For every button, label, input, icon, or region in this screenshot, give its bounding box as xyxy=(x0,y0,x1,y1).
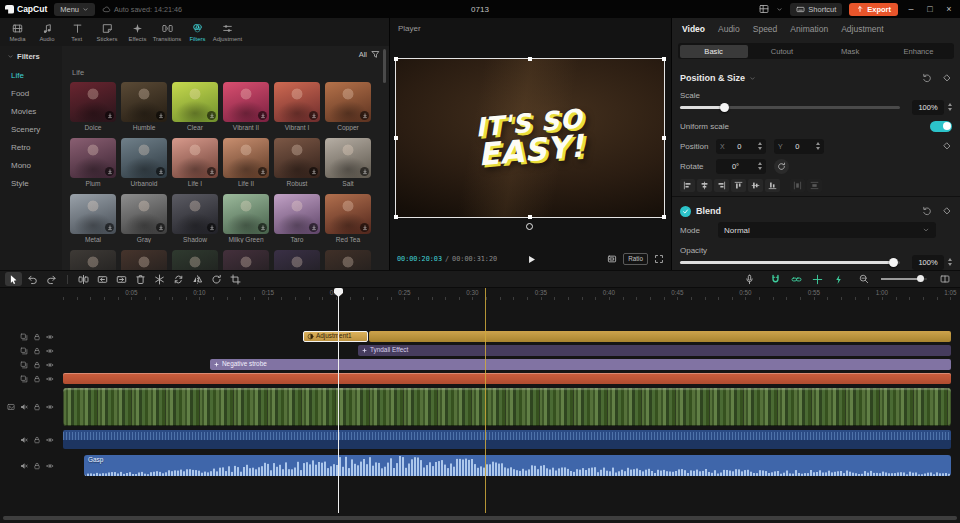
subtab-mask[interactable]: Mask xyxy=(816,45,884,58)
layout-caret-icon[interactable] xyxy=(776,6,783,13)
track-6-eye-icon[interactable] xyxy=(46,436,54,444)
track-5-eye-icon[interactable] xyxy=(46,403,54,411)
reset-icon[interactable] xyxy=(922,73,932,83)
tab-media[interactable]: Media xyxy=(2,23,32,42)
maximize-button[interactable]: □ xyxy=(924,4,936,14)
menu-button[interactable]: Menu xyxy=(54,3,95,16)
clip-linked-audio[interactable] xyxy=(63,430,951,449)
selection-handle[interactable] xyxy=(528,57,532,61)
track-3-layers-icon[interactable] xyxy=(20,361,28,369)
track-4-lock-icon[interactable] xyxy=(33,375,41,383)
subtab-cutout[interactable]: Cutout xyxy=(748,45,816,58)
split-tool[interactable] xyxy=(75,272,92,286)
rotate-tool[interactable] xyxy=(208,272,225,286)
download-icon[interactable] xyxy=(105,223,114,232)
filter-thumb[interactable] xyxy=(223,194,269,234)
position-y-input[interactable]: Y 0 xyxy=(774,139,824,154)
filter-thumb[interactable] xyxy=(172,138,218,178)
blend-reset-icon[interactable] xyxy=(922,206,932,216)
preview-axis-toggle[interactable] xyxy=(810,273,824,285)
download-icon[interactable] xyxy=(360,167,369,176)
track-1-eye-icon[interactable] xyxy=(46,333,54,341)
tab-transitions[interactable]: Transitions xyxy=(152,23,182,42)
track-7-eye-icon[interactable] xyxy=(46,462,54,470)
trash-tool[interactable] xyxy=(132,272,149,286)
tab-stickers[interactable]: Stickers xyxy=(92,23,122,42)
filter-thumb[interactable] xyxy=(70,138,116,178)
filter-thumb[interactable] xyxy=(172,250,218,270)
category-movies[interactable]: Movies xyxy=(0,102,62,120)
ratio-button[interactable]: Ratio xyxy=(623,253,648,264)
track-2-layers-icon[interactable] xyxy=(20,347,28,355)
filter-thumb[interactable] xyxy=(121,82,167,122)
filter-thumb[interactable] xyxy=(325,82,371,122)
align-center-v-button[interactable] xyxy=(748,179,763,192)
distribute-h-button[interactable] xyxy=(790,179,805,192)
tab-filters[interactable]: Filters xyxy=(182,23,212,42)
track-3-lock-icon[interactable] xyxy=(33,361,41,369)
media-scrollbar[interactable] xyxy=(383,49,386,83)
opacity-value[interactable]: 100% xyxy=(912,255,944,270)
timeline-marker[interactable] xyxy=(485,288,486,513)
fullscreen-icon[interactable] xyxy=(654,254,664,264)
download-icon[interactable] xyxy=(105,167,114,176)
position-x-stepper[interactable] xyxy=(758,142,762,150)
undo-tool[interactable] xyxy=(24,272,41,286)
download-icon[interactable] xyxy=(309,111,318,120)
play-button[interactable] xyxy=(525,254,536,265)
scale-stepper[interactable] xyxy=(948,103,952,111)
track-4-eye-icon[interactable] xyxy=(46,375,54,383)
position-keyframe-icon[interactable] xyxy=(942,141,952,151)
clip-effect-negative-strobe[interactable]: Negative strobe xyxy=(210,359,951,370)
link-toggle[interactable] xyxy=(789,273,803,285)
minimize-button[interactable]: – xyxy=(905,4,917,14)
track-7-mute-icon[interactable] xyxy=(20,462,28,470)
video-text-overlay[interactable]: IT'S SO EASY! xyxy=(390,48,671,229)
close-button[interactable]: × xyxy=(943,4,955,14)
filter-sort-button[interactable]: All xyxy=(359,50,380,59)
filter-thumb[interactable] xyxy=(223,138,269,178)
track-5-lock-icon[interactable] xyxy=(33,403,41,411)
freeze-tool[interactable] xyxy=(151,272,168,286)
rotate-input[interactable]: 0° xyxy=(716,159,766,174)
position-x-input[interactable]: X 0 xyxy=(716,139,766,154)
filter-thumb[interactable] xyxy=(274,82,320,122)
reverse-tool[interactable] xyxy=(170,272,187,286)
filter-thumb[interactable] xyxy=(223,250,269,270)
track-6-lock-icon[interactable] xyxy=(33,436,41,444)
category-life[interactable]: Life xyxy=(0,66,62,84)
align-right-button[interactable] xyxy=(714,179,729,192)
keyframe-icon[interactable] xyxy=(942,73,952,83)
filter-thumb[interactable] xyxy=(70,250,116,270)
filter-thumb[interactable] xyxy=(70,82,116,122)
filter-thumb[interactable] xyxy=(121,194,167,234)
selection-handle[interactable] xyxy=(394,136,398,140)
rotate-stepper[interactable] xyxy=(758,162,762,170)
timeline-ruler[interactable]: 0:050:100:150:200:250:300:350:400:450:50… xyxy=(63,288,955,300)
distribute-v-button[interactable] xyxy=(807,179,822,192)
collapse-caret-icon[interactable] xyxy=(749,75,756,82)
export-button[interactable]: Export xyxy=(849,3,898,16)
blend-mode-select[interactable]: Normal xyxy=(718,222,936,238)
timeline-zoom-slider[interactable] xyxy=(881,278,927,280)
opacity-stepper[interactable] xyxy=(948,258,952,266)
zoom-out-button[interactable] xyxy=(855,272,872,286)
filter-thumb[interactable] xyxy=(172,82,218,122)
download-icon[interactable] xyxy=(156,167,165,176)
download-icon[interactable] xyxy=(360,223,369,232)
selection-handle[interactable] xyxy=(662,215,666,219)
tab-adjustment[interactable]: Adjustment xyxy=(841,24,884,34)
filter-thumb[interactable] xyxy=(325,138,371,178)
uniform-scale-toggle[interactable] xyxy=(930,121,952,132)
filter-thumb[interactable] xyxy=(325,194,371,234)
opacity-slider[interactable] xyxy=(680,261,900,264)
clip-audio-gasp[interactable]: Gasp xyxy=(84,455,951,476)
align-bottom-button[interactable] xyxy=(765,179,780,192)
tab-audio[interactable]: Audio xyxy=(718,24,740,34)
track-3-eye-icon[interactable] xyxy=(46,361,54,369)
download-icon[interactable] xyxy=(156,111,165,120)
download-icon[interactable] xyxy=(207,111,216,120)
clip-effect-tyndall[interactable]: Tyndall Effect xyxy=(358,345,951,356)
category-style[interactable]: Style xyxy=(0,174,62,192)
track-1-layers-icon[interactable] xyxy=(20,333,28,341)
